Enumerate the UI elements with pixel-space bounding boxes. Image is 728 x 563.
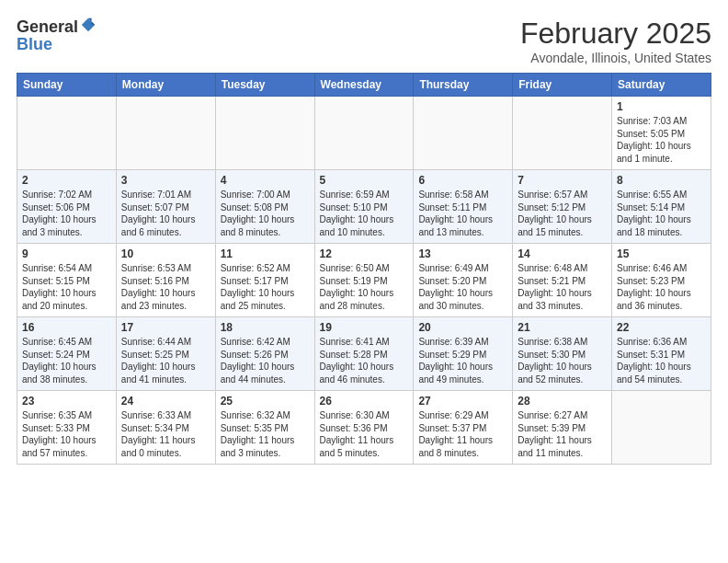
day-number: 14 — [518, 247, 607, 260]
calendar-cell: 26Sunrise: 6:30 AM Sunset: 5:36 PM Dayli… — [314, 391, 414, 465]
day-number: 20 — [418, 321, 507, 334]
header-thursday: Thursday — [414, 74, 513, 97]
logo-general-text: General — [17, 18, 78, 35]
day-number: 24 — [121, 395, 210, 408]
day-number: 17 — [121, 321, 210, 334]
header: General Blue February 2025 Avondale, Ill… — [17, 17, 711, 65]
day-number: 11 — [221, 247, 310, 260]
calendar-header: Sunday Monday Tuesday Wednesday Thursday… — [17, 74, 711, 97]
day-info: Sunrise: 6:35 AM Sunset: 5:33 PM Dayligh… — [22, 409, 111, 459]
calendar-page: General Blue February 2025 Avondale, Ill… — [0, 0, 728, 477]
calendar-week-row: 9Sunrise: 6:54 AM Sunset: 5:15 PM Daylig… — [17, 244, 711, 317]
calendar-cell — [314, 97, 414, 170]
day-number: 25 — [221, 395, 310, 408]
day-number: 27 — [418, 395, 507, 408]
calendar-cell: 28Sunrise: 6:27 AM Sunset: 5:39 PM Dayli… — [513, 391, 612, 465]
day-info: Sunrise: 6:36 AM Sunset: 5:31 PM Dayligh… — [617, 336, 706, 385]
day-number: 6 — [418, 174, 507, 187]
calendar-cell — [414, 97, 513, 170]
day-number: 3 — [121, 174, 210, 187]
day-number: 21 — [518, 321, 607, 334]
logo: General Blue — [17, 17, 97, 54]
day-info: Sunrise: 6:55 AM Sunset: 5:14 PM Dayligh… — [617, 189, 706, 238]
day-number: 16 — [22, 321, 111, 334]
day-number: 12 — [320, 247, 409, 260]
calendar-cell: 4Sunrise: 7:00 AM Sunset: 5:08 PM Daylig… — [215, 170, 314, 244]
calendar-cell — [513, 97, 612, 170]
day-info: Sunrise: 6:49 AM Sunset: 5:20 PM Dayligh… — [418, 262, 507, 312]
day-number: 7 — [518, 174, 607, 187]
weekday-header-row: Sunday Monday Tuesday Wednesday Thursday… — [17, 74, 711, 97]
header-monday: Monday — [116, 74, 215, 97]
month-title: February 2025 — [520, 17, 711, 51]
title-block: February 2025 Avondale, Illinois, United… — [520, 17, 711, 65]
day-info: Sunrise: 6:42 AM Sunset: 5:26 PM Dayligh… — [221, 336, 310, 385]
location-subtitle: Avondale, Illinois, United States — [520, 51, 711, 65]
day-info: Sunrise: 6:30 AM Sunset: 5:36 PM Dayligh… — [320, 409, 409, 459]
day-info: Sunrise: 6:27 AM Sunset: 5:39 PM Dayligh… — [518, 409, 607, 459]
calendar-table: Sunday Monday Tuesday Wednesday Thursday… — [17, 73, 711, 465]
calendar-cell: 24Sunrise: 6:33 AM Sunset: 5:34 PM Dayli… — [116, 391, 215, 465]
calendar-cell: 18Sunrise: 6:42 AM Sunset: 5:26 PM Dayli… — [215, 317, 314, 391]
calendar-cell — [17, 97, 117, 170]
day-info: Sunrise: 6:58 AM Sunset: 5:11 PM Dayligh… — [418, 189, 507, 238]
calendar-week-row: 2Sunrise: 7:02 AM Sunset: 5:06 PM Daylig… — [17, 170, 711, 244]
day-info: Sunrise: 6:48 AM Sunset: 5:21 PM Dayligh… — [518, 262, 607, 312]
day-info: Sunrise: 6:52 AM Sunset: 5:17 PM Dayligh… — [221, 262, 310, 312]
calendar-cell: 2Sunrise: 7:02 AM Sunset: 5:06 PM Daylig… — [17, 170, 117, 244]
calendar-cell: 5Sunrise: 6:59 AM Sunset: 5:10 PM Daylig… — [314, 170, 414, 244]
header-friday: Friday — [513, 74, 612, 97]
day-number: 2 — [22, 174, 111, 187]
calendar-cell: 6Sunrise: 6:58 AM Sunset: 5:11 PM Daylig… — [414, 170, 513, 244]
day-number: 13 — [418, 247, 507, 260]
day-info: Sunrise: 7:03 AM Sunset: 5:05 PM Dayligh… — [617, 115, 706, 165]
day-info: Sunrise: 6:33 AM Sunset: 5:34 PM Dayligh… — [121, 409, 210, 459]
day-info: Sunrise: 6:53 AM Sunset: 5:16 PM Dayligh… — [121, 262, 210, 312]
day-info: Sunrise: 6:45 AM Sunset: 5:24 PM Dayligh… — [22, 336, 111, 385]
day-number: 5 — [320, 174, 409, 187]
calendar-cell: 13Sunrise: 6:49 AM Sunset: 5:20 PM Dayli… — [414, 244, 513, 317]
calendar-cell: 17Sunrise: 6:44 AM Sunset: 5:25 PM Dayli… — [116, 317, 215, 391]
day-info: Sunrise: 7:00 AM Sunset: 5:08 PM Dayligh… — [221, 189, 310, 238]
calendar-cell: 7Sunrise: 6:57 AM Sunset: 5:12 PM Daylig… — [513, 170, 612, 244]
calendar-body: 1Sunrise: 7:03 AM Sunset: 5:05 PM Daylig… — [17, 97, 711, 465]
day-number: 23 — [22, 395, 111, 408]
calendar-cell: 9Sunrise: 6:54 AM Sunset: 5:15 PM Daylig… — [17, 244, 117, 317]
logo-icon — [80, 17, 97, 33]
header-saturday: Saturday — [612, 74, 711, 97]
calendar-cell: 8Sunrise: 6:55 AM Sunset: 5:14 PM Daylig… — [612, 170, 711, 244]
day-info: Sunrise: 6:39 AM Sunset: 5:29 PM Dayligh… — [418, 336, 507, 385]
day-info: Sunrise: 6:41 AM Sunset: 5:28 PM Dayligh… — [320, 336, 409, 385]
calendar-cell: 15Sunrise: 6:46 AM Sunset: 5:23 PM Dayli… — [612, 244, 711, 317]
day-number: 10 — [121, 247, 210, 260]
calendar-cell: 16Sunrise: 6:45 AM Sunset: 5:24 PM Dayli… — [17, 317, 117, 391]
day-info: Sunrise: 7:02 AM Sunset: 5:06 PM Dayligh… — [22, 189, 111, 238]
calendar-cell: 19Sunrise: 6:41 AM Sunset: 5:28 PM Dayli… — [314, 317, 414, 391]
day-info: Sunrise: 6:38 AM Sunset: 5:30 PM Dayligh… — [518, 336, 607, 385]
calendar-cell: 23Sunrise: 6:35 AM Sunset: 5:33 PM Dayli… — [17, 391, 117, 465]
day-number: 1 — [617, 100, 706, 113]
day-number: 28 — [518, 395, 607, 408]
day-number: 4 — [221, 174, 310, 187]
day-info: Sunrise: 6:54 AM Sunset: 5:15 PM Dayligh… — [22, 262, 111, 312]
day-info: Sunrise: 6:44 AM Sunset: 5:25 PM Dayligh… — [121, 336, 210, 385]
calendar-cell: 3Sunrise: 7:01 AM Sunset: 5:07 PM Daylig… — [116, 170, 215, 244]
day-info: Sunrise: 6:46 AM Sunset: 5:23 PM Dayligh… — [617, 262, 706, 312]
day-info: Sunrise: 6:29 AM Sunset: 5:37 PM Dayligh… — [418, 409, 507, 459]
header-wednesday: Wednesday — [314, 74, 414, 97]
day-info: Sunrise: 6:50 AM Sunset: 5:19 PM Dayligh… — [320, 262, 409, 312]
calendar-cell: 25Sunrise: 6:32 AM Sunset: 5:35 PM Dayli… — [215, 391, 314, 465]
day-info: Sunrise: 7:01 AM Sunset: 5:07 PM Dayligh… — [121, 189, 210, 238]
calendar-cell — [215, 97, 314, 170]
calendar-cell: 10Sunrise: 6:53 AM Sunset: 5:16 PM Dayli… — [116, 244, 215, 317]
calendar-cell: 20Sunrise: 6:39 AM Sunset: 5:29 PM Dayli… — [414, 317, 513, 391]
calendar-cell: 27Sunrise: 6:29 AM Sunset: 5:37 PM Dayli… — [414, 391, 513, 465]
calendar-cell: 21Sunrise: 6:38 AM Sunset: 5:30 PM Dayli… — [513, 317, 612, 391]
day-number: 8 — [617, 174, 706, 187]
day-number: 22 — [617, 321, 706, 334]
header-sunday: Sunday — [17, 74, 117, 97]
calendar-week-row: 23Sunrise: 6:35 AM Sunset: 5:33 PM Dayli… — [17, 391, 711, 465]
day-number: 15 — [617, 247, 706, 260]
day-number: 9 — [22, 247, 111, 260]
day-info: Sunrise: 6:57 AM Sunset: 5:12 PM Dayligh… — [518, 189, 607, 238]
